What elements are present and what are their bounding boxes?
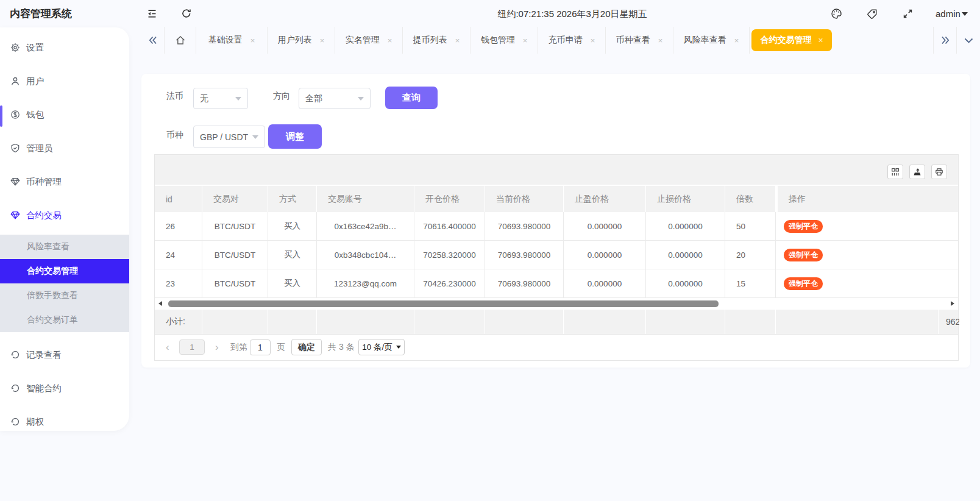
tab-risk-rate-view[interactable]: 风险率查看× bbox=[673, 27, 750, 54]
table-subtotal-row: 小计: 962 bbox=[155, 310, 958, 334]
tabs-scroll-right-button[interactable] bbox=[934, 27, 957, 54]
shield-check-icon bbox=[10, 143, 21, 154]
submenu-item-contract-orders[interactable]: 合约交易订单 bbox=[0, 308, 129, 332]
sidebar-item-settings[interactable]: 设置 bbox=[0, 35, 129, 60]
sidebar-item-coin-manage[interactable]: 币种管理 bbox=[0, 169, 129, 194]
force-close-button[interactable]: 强制平仓 bbox=[784, 220, 823, 233]
tab-home[interactable] bbox=[165, 27, 196, 54]
submenu-item-risk-rate[interactable]: 风险率查看 bbox=[0, 235, 129, 259]
table-row: 24 BTC/USDT 买入 0xb348cbc104… 70258.32000… bbox=[155, 241, 958, 269]
tabbar-spacer bbox=[832, 27, 934, 54]
sidebar-item-wallet[interactable]: 钱包 bbox=[0, 102, 129, 127]
tab-wallet-manage[interactable]: 钱包管理× bbox=[470, 27, 538, 54]
submenu-item-contract-trade-manage[interactable]: 合约交易管理 bbox=[0, 259, 129, 283]
scrollbar-thumb[interactable] bbox=[168, 300, 719, 307]
close-icon[interactable]: × bbox=[388, 36, 392, 45]
sidebar-scrollbar[interactable] bbox=[0, 105, 2, 127]
sidebar-item-label: 智能合约 bbox=[26, 383, 62, 394]
sidebar-item-users[interactable]: 用户 bbox=[0, 69, 129, 93]
next-page-icon[interactable]: › bbox=[215, 335, 219, 360]
tabs-scroll-left-button[interactable] bbox=[141, 27, 165, 54]
gem-icon bbox=[10, 210, 21, 221]
table-row: 23 BTC/USDT 买入 123123@qq.com 70426.23000… bbox=[155, 269, 958, 298]
close-icon[interactable]: × bbox=[818, 35, 823, 45]
submenu-item-multiple-lots[interactable]: 倍数手数查看 bbox=[0, 283, 129, 308]
user-menu[interactable]: admin bbox=[936, 9, 960, 19]
tab-basic-settings[interactable]: 基础设置× bbox=[196, 27, 268, 54]
force-close-button[interactable]: 强制平仓 bbox=[784, 277, 823, 290]
chevron-down-icon bbox=[235, 97, 241, 101]
refresh-icon[interactable] bbox=[181, 8, 192, 19]
scroll-right-arrow-icon[interactable] bbox=[951, 301, 954, 306]
tab-coin-view[interactable]: 币种查看× bbox=[606, 27, 673, 54]
history-icon bbox=[10, 383, 21, 394]
tab-realname-manage[interactable]: 实名管理× bbox=[335, 27, 403, 54]
prev-page-icon[interactable]: ‹ bbox=[166, 335, 169, 360]
total-count-label: 共 3 条 bbox=[328, 335, 355, 360]
sidebar-item-options[interactable]: 期权 bbox=[0, 410, 129, 434]
col-header-take-profit[interactable]: 止盈价格 bbox=[563, 186, 645, 212]
sidebar-item-records[interactable]: 记录查看 bbox=[0, 343, 129, 367]
tab-withdraw-list[interactable]: 提币列表× bbox=[403, 27, 470, 54]
chevron-down-icon bbox=[396, 346, 401, 349]
sidebar-item-admins[interactable]: 管理员 bbox=[0, 136, 129, 160]
col-header-pair[interactable]: 交易对 bbox=[202, 186, 268, 212]
sidebar-item-label: 期权 bbox=[26, 416, 44, 428]
dollar-circle-icon bbox=[10, 110, 21, 120]
col-header-current-price[interactable]: 当前价格 bbox=[485, 186, 563, 212]
sidebar-item-contract-trade[interactable]: 合约交易 bbox=[0, 203, 129, 227]
confirm-button[interactable]: 确定 bbox=[291, 339, 322, 355]
history-icon bbox=[10, 350, 21, 360]
close-icon[interactable]: × bbox=[591, 36, 595, 45]
app-title: 内容管理系统 bbox=[10, 7, 72, 21]
col-header-side[interactable]: 方式 bbox=[268, 186, 316, 212]
user-icon bbox=[10, 76, 21, 87]
col-header-multiple[interactable]: 倍数 bbox=[725, 186, 775, 212]
goto-page-input[interactable]: 1 bbox=[250, 339, 271, 355]
goto-label: 到第 bbox=[230, 335, 247, 360]
sidebar-item-smart-contract[interactable]: 智能合约 bbox=[0, 376, 129, 400]
search-button[interactable]: 查询 bbox=[385, 87, 438, 109]
col-header-account[interactable]: 交易账号 bbox=[316, 186, 414, 212]
history-icon bbox=[10, 417, 21, 427]
force-close-button[interactable]: 强制平仓 bbox=[784, 249, 823, 261]
close-icon[interactable]: × bbox=[523, 36, 528, 45]
close-icon[interactable]: × bbox=[658, 36, 663, 45]
tab-contract-trade-manage-active[interactable]: 合约交易管理× bbox=[751, 29, 832, 51]
close-icon[interactable]: × bbox=[320, 36, 325, 45]
col-header-open-price[interactable]: 开仓价格 bbox=[414, 186, 485, 212]
fullscreen-icon[interactable] bbox=[903, 9, 913, 19]
close-icon[interactable]: × bbox=[734, 36, 739, 45]
table-row: 26 BTC/USDT 买入 0x163ce42a9b… 70616.40000… bbox=[155, 212, 958, 241]
page-size-select[interactable]: 10 条/页 bbox=[358, 339, 405, 355]
chevron-down-icon bbox=[358, 97, 364, 101]
user-menu-caret-icon[interactable] bbox=[962, 12, 968, 16]
col-header-id[interactable]: id bbox=[155, 186, 202, 212]
export-button[interactable] bbox=[909, 165, 925, 179]
tab-bar: 基础设置× 用户列表× 实名管理× 提币列表× 钱包管理× 充币申请× 币种查看… bbox=[141, 27, 980, 54]
theme-palette-icon[interactable] bbox=[831, 8, 842, 20]
scroll-left-arrow-icon[interactable] bbox=[158, 301, 162, 306]
tab-user-list[interactable]: 用户列表× bbox=[268, 27, 335, 54]
col-header-stop-loss[interactable]: 止损价格 bbox=[645, 186, 725, 212]
tag-icon[interactable] bbox=[867, 9, 878, 20]
close-icon[interactable]: × bbox=[250, 36, 255, 45]
direction-select[interactable]: 全部 bbox=[299, 88, 371, 109]
tabs-menu-button[interactable] bbox=[957, 27, 980, 54]
close-icon[interactable]: × bbox=[455, 36, 460, 45]
fiat-select[interactable]: 无 bbox=[193, 88, 248, 109]
pagination-bar: ‹ 1 › 到第 1 页 确定 共 3 条 10 条/页 bbox=[155, 334, 958, 360]
print-button[interactable] bbox=[931, 165, 947, 179]
tab-deposit-apply[interactable]: 充币申请× bbox=[538, 27, 606, 54]
sidebar-item-label: 设置 bbox=[26, 42, 44, 54]
coin-select[interactable]: GBP / USDT bbox=[193, 126, 265, 148]
columns-filter-button[interactable] bbox=[887, 165, 903, 179]
sidebar: 设置 用户 钱包 管理员 bbox=[0, 27, 129, 431]
gem-icon bbox=[10, 177, 21, 187]
adjust-button[interactable]: 调整 bbox=[268, 124, 322, 149]
coin-label: 币种 bbox=[166, 130, 183, 141]
page-number-button[interactable]: 1 bbox=[179, 339, 205, 355]
collapse-menu-icon[interactable] bbox=[146, 8, 158, 20]
col-header-actions[interactable]: 操作 bbox=[775, 186, 958, 212]
direction-label: 方向 bbox=[273, 91, 290, 102]
